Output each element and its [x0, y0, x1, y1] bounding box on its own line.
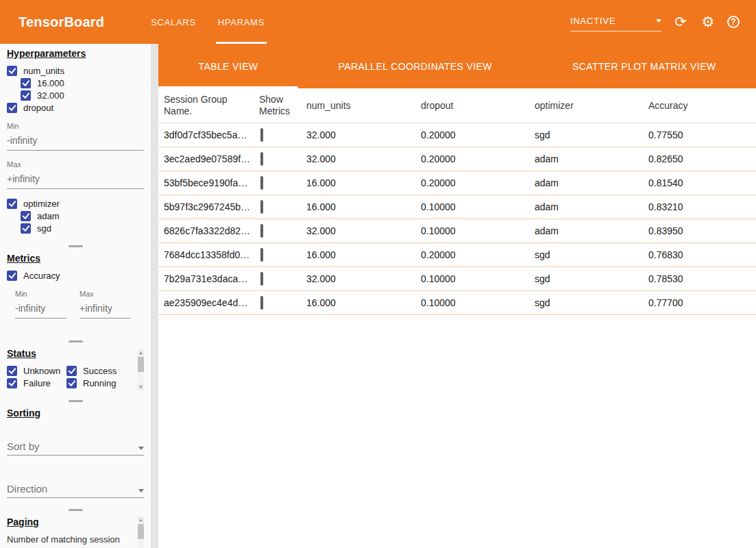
- optimizer-checkbox[interactable]: [7, 199, 17, 209]
- metric-max-input[interactable]: +infinity: [80, 299, 131, 319]
- help-icon[interactable]: ?: [727, 16, 740, 28]
- show-metrics-checkbox[interactable]: [260, 224, 263, 238]
- num-units-value: 16.000: [306, 177, 421, 188]
- run-status-select[interactable]: INACTIVE: [570, 16, 661, 32]
- session-group-name: 5b97f3c2967245b…: [164, 201, 259, 212]
- num-units-32-checkbox[interactable]: [21, 90, 31, 101]
- dropout-max-input[interactable]: +infinity: [7, 170, 144, 189]
- hparam-optimizer-row: optimizer: [7, 197, 144, 210]
- num-units-label: num_units: [23, 66, 64, 76]
- optimizer-value: sgd: [535, 249, 648, 260]
- num-units-value: 32.000: [306, 273, 421, 284]
- show-metrics-checkbox[interactable]: [260, 176, 263, 190]
- sorting-section: Sorting Sort by Direction: [7, 408, 144, 498]
- table-row: 7b29a731e3daca… 32.000 0.10000 sgd 0.785…: [158, 267, 756, 291]
- hparam-num-units-16-row: 16.000: [21, 77, 144, 89]
- show-metrics-checkbox[interactable]: [260, 272, 263, 286]
- dropout-value: 0.20000: [421, 177, 535, 188]
- num-units-value: 32.000: [306, 129, 421, 140]
- dropout-value: 0.20000: [421, 249, 535, 260]
- gear-icon[interactable]: ⚙: [700, 14, 716, 30]
- status-running-label: Running: [83, 378, 116, 388]
- chevron-down-icon: [656, 19, 661, 23]
- status-running-checkbox[interactable]: [66, 378, 77, 388]
- direction-select[interactable]: Direction: [7, 483, 144, 498]
- tab-parallel-coordinates-view[interactable]: PARALLEL COORDINATES VIEW: [298, 44, 532, 88]
- accuracy-value: 0.82650: [648, 153, 756, 164]
- scroll-down-icon[interactable]: ▼: [138, 384, 144, 390]
- metrics-section: Metrics Accuracy Min -infinity Max +infi…: [7, 253, 144, 319]
- col-num-units: num_units: [306, 100, 421, 112]
- sort-by-select[interactable]: Sort by: [7, 440, 144, 456]
- dropout-value: 0.10000: [421, 273, 535, 284]
- tab-scalars[interactable]: SCALARS: [140, 0, 207, 44]
- status-failure-checkbox[interactable]: [7, 378, 17, 388]
- show-metrics-checkbox[interactable]: [260, 248, 263, 262]
- optimizer-sgd-checkbox[interactable]: [21, 223, 31, 234]
- accuracy-value: 0.81540: [648, 177, 756, 188]
- table-row: 3ec2aed9e07589f… 32.000 0.20000 adam 0.8…: [158, 147, 756, 171]
- tab-hparams[interactable]: HPARAMS: [207, 0, 276, 44]
- section-resize-handle[interactable]: [69, 509, 83, 511]
- num-units-value: 16.000: [306, 201, 421, 212]
- scroll-up-icon[interactable]: ▲: [138, 516, 144, 523]
- show-metrics-checkbox[interactable]: [260, 128, 263, 142]
- status-failure-row: Failure: [7, 377, 66, 389]
- tab-table-view[interactable]: TABLE VIEW: [158, 44, 298, 88]
- section-resize-handle[interactable]: [69, 245, 83, 247]
- table-header-row: Session Group Name. Show Metrics num_uni…: [158, 88, 756, 123]
- status-scrollbar[interactable]: ▲ ▼: [138, 349, 144, 390]
- status-section: Status Unknown Success Failure: [7, 348, 144, 389]
- col-optimizer: optimizer: [535, 100, 648, 112]
- optimizer-value: sgd: [535, 273, 648, 284]
- scroll-up-icon[interactable]: ▲: [138, 349, 144, 356]
- top-nav-tabs: SCALARS HPARAMS: [140, 0, 276, 44]
- col-session-group-name: Session Group Name.: [164, 94, 259, 117]
- table-row: ae235909ec4e4d… 16.000 0.10000 sgd 0.777…: [158, 291, 756, 315]
- table-row: 5b97f3c2967245b… 16.000 0.10000 adam 0.8…: [158, 195, 756, 219]
- accuracy-value: 0.78530: [648, 273, 756, 284]
- num-units-value: 16.000: [306, 297, 421, 308]
- optimizer-adam-checkbox[interactable]: [21, 211, 31, 221]
- table-row: 3df0d7cf35bec5a… 32.000 0.20000 sgd 0.77…: [158, 123, 756, 147]
- scrollbar-track[interactable]: [138, 356, 144, 384]
- col-show-metrics: Show Metrics: [259, 94, 306, 117]
- status-unknown-checkbox[interactable]: [7, 366, 17, 376]
- section-resize-handle[interactable]: [69, 400, 83, 402]
- tab-scatter-plot-matrix-view[interactable]: SCATTER PLOT MATRIX VIEW: [532, 44, 756, 88]
- optimizer-sgd-label: sgd: [37, 223, 51, 234]
- metric-min-label: Min: [15, 290, 66, 298]
- paging-scrollbar[interactable]: ▲: [138, 516, 144, 548]
- scrollbar-thumb[interactable]: [138, 524, 144, 539]
- num-units-32-label: 32.000: [37, 90, 64, 101]
- scrollbar-track[interactable]: [138, 523, 144, 548]
- tensorboard-app: TensorBoard SCALARS HPARAMS INACTIVE ⟳ ⚙…: [0, 0, 756, 548]
- refresh-icon[interactable]: ⟳: [672, 14, 689, 30]
- dropout-min-input[interactable]: -infinity: [7, 132, 144, 151]
- accuracy-value: 0.77550: [648, 129, 756, 140]
- hparam-optimizer-group: optimizer adam sgd: [7, 197, 144, 234]
- paging-section: Paging Number of matching session groups…: [7, 516, 144, 548]
- show-metrics-checkbox[interactable]: [260, 200, 263, 214]
- num-units-16-checkbox[interactable]: [21, 78, 31, 88]
- num-units-16-label: 16.000: [37, 78, 64, 88]
- show-metrics-checkbox[interactable]: [260, 152, 263, 166]
- num-units-checkbox[interactable]: [7, 66, 17, 76]
- dropout-checkbox[interactable]: [7, 103, 17, 113]
- dropout-value: 0.20000: [421, 153, 535, 164]
- dropout-min-field: Min -infinity: [7, 122, 144, 151]
- accuracy-value: 0.83210: [648, 201, 756, 212]
- status-success-label: Success: [83, 366, 117, 376]
- session-group-name: 7684dcc13358fd0…: [164, 249, 259, 260]
- paging-title: Paging: [7, 516, 144, 527]
- show-metrics-checkbox[interactable]: [260, 296, 263, 310]
- metric-max-label: Max: [80, 290, 131, 298]
- scrollbar-thumb[interactable]: [138, 357, 144, 372]
- status-success-checkbox[interactable]: [66, 366, 77, 376]
- section-resize-handle[interactable]: [69, 340, 83, 342]
- optimizer-label: optimizer: [23, 199, 60, 209]
- chevron-down-icon: [138, 489, 144, 493]
- accuracy-checkbox[interactable]: [7, 271, 17, 281]
- metric-min-input[interactable]: -infinity: [15, 299, 66, 319]
- accuracy-value: 0.77700: [648, 297, 756, 308]
